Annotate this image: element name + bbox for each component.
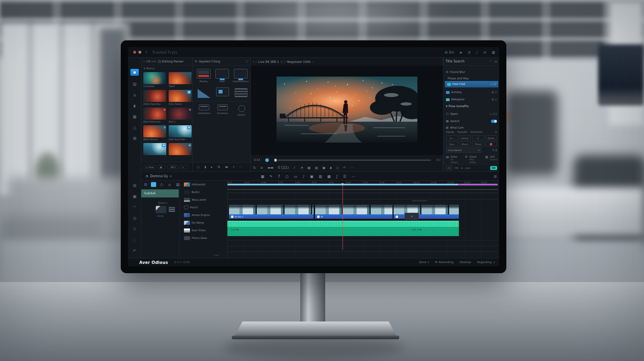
frame-icon[interactable]: ▣ [133, 194, 136, 199]
frame-rate-box[interactable]: 24 [446, 166, 452, 170]
inspector-row[interactable]: Metaphor ▤ ≡ [444, 96, 499, 103]
scrubber-track[interactable] [274, 160, 431, 161]
effect-item[interactable]: Euroman [214, 104, 231, 114]
timeline-tracks[interactable]: 0:071:031:482:543:404:075:026:097:148:00… [227, 180, 499, 258]
selected-bin-item[interactable]: Subdub [141, 189, 179, 197]
dropdown-caret-icon[interactable]: ▽ [281, 60, 283, 64]
bin-thumbnail[interactable] [156, 206, 166, 213]
status-action[interactable]: Desktop [460, 261, 471, 264]
field[interactable]: Succ [446, 141, 458, 146]
rect-icon[interactable]: ▭ [294, 174, 297, 178]
status-action[interactable]: Done▾ [419, 261, 429, 264]
check-icon[interactable]: ✓ [293, 166, 296, 170]
caption-icon[interactable]: ▣ [322, 166, 326, 170]
effect-item[interactable]: Mastry [195, 69, 212, 83]
audio-clip-track[interactable]: 7:19 PM 8:21 1 FB [227, 227, 459, 236]
circle-icon[interactable]: ○ [285, 174, 289, 178]
scrubber-handle[interactable] [275, 159, 277, 162]
inspector-row[interactable]: Actiony ▤ ≡ [444, 89, 499, 95]
timeline-track-row[interactable]: › Hollywood ⋮ [180, 180, 227, 188]
inspector-row-selected[interactable]: Free Fold — ▢ [445, 81, 498, 87]
pen-icon[interactable]: ✎ [270, 174, 273, 178]
timeline-track-row[interactable]: › Phone Glow [180, 234, 227, 242]
frame-counter-label[interactable]: 0 (1|1) [278, 166, 289, 170]
inspector-subrow[interactable]: ▨ What Cam [444, 124, 499, 131]
media-item[interactable]: ◔ Bull a [169, 108, 192, 125]
playhead-line[interactable] [343, 183, 343, 250]
effect-item[interactable] [233, 88, 249, 98]
effect-item[interactable]: Undertone [195, 104, 213, 114]
media-item[interactable]: ▨ [169, 143, 192, 161]
field[interactable]: 5— [446, 135, 458, 140]
trim-slider-icon[interactable]: ▬▬ [267, 166, 273, 170]
bin-group-label[interactable]: Dime ▾ [158, 201, 167, 205]
timeline-track-row[interactable]: › Butter [180, 188, 227, 196]
app-logo-icon[interactable]: ▣ [130, 69, 139, 76]
undo-icon[interactable]: ↶ [343, 166, 346, 170]
panel-options-icon[interactable]: ⊞ [493, 174, 497, 178]
minimize-window-button[interactable] [138, 51, 141, 54]
field[interactable]: Down [485, 135, 497, 140]
home-icon[interactable]: ⌂ [133, 93, 136, 97]
media-item[interactable]: ▣ [143, 143, 166, 161]
dropdown[interactable]: Considered ▾ [446, 147, 481, 153]
search-icon[interactable] [158, 60, 161, 63]
search-icon[interactable]: ◌ [133, 238, 136, 242]
timeline-track-row[interactable]: › Annan Engine [180, 211, 227, 219]
filter-icon[interactable]: ▽ [133, 227, 136, 231]
inspector-row[interactable]: ⊟ Found Blur [444, 69, 499, 75]
record-icon[interactable]: ○ [197, 165, 200, 169]
video-clip[interactable]: M 30s 1 [229, 205, 314, 220]
stat-item[interactable]: ✐ Cloud Max Dates [465, 155, 481, 164]
work-area-bar-extension[interactable] [459, 184, 498, 185]
chart-icon[interactable]: ▩ [327, 174, 331, 178]
sequence-selector[interactable]: ◔ Domino Uy ▾ [145, 172, 171, 181]
history-icon[interactable]: ◔ [467, 50, 471, 54]
lock-icon[interactable]: ⊠ [133, 136, 136, 141]
effect-item[interactable] [196, 89, 212, 99]
comment-icon[interactable]: ◗ [204, 165, 206, 169]
effect-item[interactable]: Courbontions [232, 69, 250, 83]
tabs-more-icon[interactable]: ≡ [495, 131, 497, 134]
stat-item[interactable]: ▥ 123 Count [485, 155, 497, 164]
effect-item[interactable] [215, 87, 231, 98]
basket-icon[interactable]: ⊔ [495, 60, 497, 63]
building-tool-icon[interactable]: ⌂ [167, 182, 172, 187]
field[interactable]: Blanc [459, 141, 471, 146]
hook-icon[interactable]: ↶ [133, 249, 136, 253]
bar-icon[interactable]: ▬ [225, 165, 228, 169]
video-clip[interactable] [394, 205, 459, 220]
inspector-row[interactable]: ▤ Switch [444, 118, 499, 124]
section-caret-icon[interactable]: ▾ [144, 67, 145, 70]
more-dots-icon[interactable]: ⋮ [223, 183, 225, 186]
media-item[interactable]: ▣ DAV Asut Dier [169, 125, 192, 143]
inspector-section-header[interactable]: ▾ Flow tomaPts [446, 104, 469, 108]
heart-icon[interactable]: ♡ [489, 60, 492, 63]
more-icon[interactable]: ⋯ [351, 174, 355, 178]
tab-hands[interactable]: Hands [446, 131, 454, 134]
brush-tool-icon[interactable] [151, 182, 156, 187]
back-chevron-icon[interactable]: ‹ [143, 60, 144, 63]
circle-icon[interactable]: ○ [336, 166, 339, 170]
chat-icon[interactable]: ◖ [134, 104, 136, 108]
shuffle-icon[interactable]: ⇄ [483, 50, 487, 54]
window-menu-icon[interactable] [145, 51, 147, 53]
loop-icon[interactable]: ↻ [253, 166, 256, 170]
forward-chevron-icon[interactable]: › [312, 60, 313, 64]
field[interactable]: Demo [459, 135, 471, 140]
timeline-track-row[interactable]: › Stan Triton [180, 226, 227, 234]
list-view-icon[interactable] [169, 207, 175, 212]
screen-icon[interactable]: ▦ [308, 166, 311, 170]
media-item[interactable]: ◔ Wold Whyer [143, 125, 166, 143]
refresh-icon[interactable]: ↻ [195, 60, 197, 63]
diamond-icon[interactable]: ◈ [459, 50, 462, 54]
stat-item[interactable]: ▤ Pulse Rc Green [446, 155, 461, 164]
edit-count-label[interactable]: ✎ 2 [492, 149, 497, 152]
media-footer-button[interactable]: ▭ [180, 165, 188, 169]
comment-icon[interactable]: ◗ [330, 166, 332, 170]
window-icon[interactable]: ⊞ [133, 183, 136, 188]
clock-icon[interactable]: ◷ [133, 216, 136, 220]
forward-icon[interactable]: ▸ [211, 165, 213, 169]
more-icon[interactable]: ⋯ [239, 165, 243, 169]
effect-item[interactable]: Austin [234, 105, 249, 116]
